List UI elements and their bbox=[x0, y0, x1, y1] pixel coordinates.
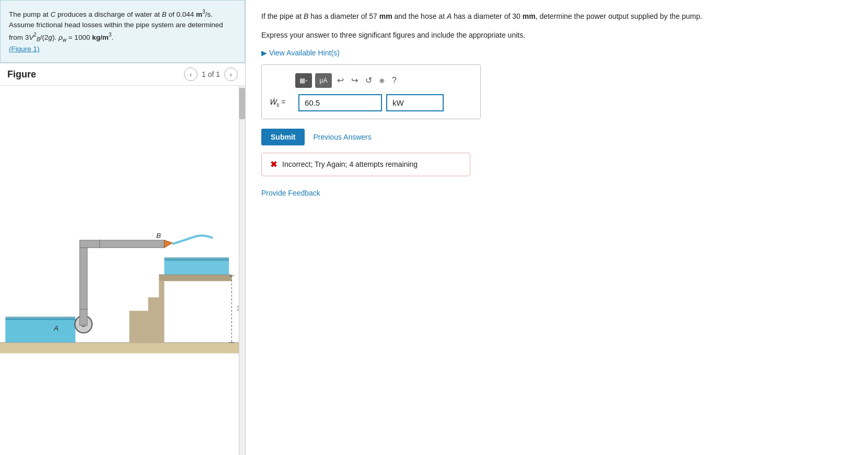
mu-label: μA bbox=[320, 77, 328, 84]
answer-container: ▦▫ μA ↩ ↪ ↺ ⎈ ? Ẇs = bbox=[261, 64, 481, 119]
redo-button[interactable]: ↪ bbox=[349, 74, 360, 86]
svg-rect-0 bbox=[5, 319, 75, 343]
svg-rect-2 bbox=[0, 343, 245, 354]
help-icon: ? bbox=[392, 76, 397, 85]
figure-header: Figure ‹ 1 of 1 › bbox=[0, 63, 245, 86]
undo-icon: ↩ bbox=[337, 75, 344, 85]
figure-title: Figure bbox=[7, 69, 36, 80]
svg-rect-22 bbox=[148, 298, 160, 344]
previous-answers-link[interactable]: Previous Answers bbox=[313, 133, 371, 141]
submit-row: Submit Previous Answers bbox=[261, 129, 852, 145]
matrix-icon: ▦▫ bbox=[299, 77, 307, 84]
error-box: ✖ Incorrect; Try Again; 4 attempts remai… bbox=[261, 153, 470, 176]
figure-image-area: C A bbox=[0, 86, 245, 455]
figure-scrollbar[interactable] bbox=[239, 86, 245, 455]
problem-text-box: The pump at C produces a discharge of wa… bbox=[0, 0, 245, 63]
figure-panel: Figure ‹ 1 of 1 › C bbox=[0, 63, 245, 455]
mu-button[interactable]: μA bbox=[315, 73, 332, 88]
svg-text:A: A bbox=[53, 325, 59, 333]
svg-text:B: B bbox=[156, 232, 161, 240]
svg-rect-1 bbox=[5, 317, 75, 320]
answer-label: Ẇs = bbox=[269, 98, 294, 108]
answer-toolbar: ▦▫ μA ↩ ↪ ↺ ⎈ ? bbox=[269, 73, 473, 88]
error-message: Incorrect; Try Again; 4 attempts remaini… bbox=[282, 160, 418, 168]
keyboard-icon: ⎈ bbox=[379, 76, 385, 85]
redo-icon: ↪ bbox=[351, 75, 358, 85]
figure-nav-controls: ‹ 1 of 1 › bbox=[184, 67, 238, 81]
figure-prev-button[interactable]: ‹ bbox=[184, 67, 198, 81]
svg-marker-11 bbox=[164, 240, 172, 247]
right-panel: If the pipe at B has a diameter of 57 mm… bbox=[246, 0, 868, 455]
refresh-icon: ↺ bbox=[365, 75, 372, 85]
svg-rect-23 bbox=[129, 311, 149, 343]
help-button[interactable]: ? bbox=[390, 75, 399, 86]
svg-rect-9 bbox=[80, 240, 101, 247]
svg-rect-12 bbox=[164, 259, 229, 276]
figure-next-button[interactable]: › bbox=[224, 67, 238, 81]
matrix-button[interactable]: ▦▫ bbox=[295, 73, 312, 88]
left-panel: The pump at C produces a discharge of wa… bbox=[0, 0, 246, 455]
answer-row: Ẇs = bbox=[269, 94, 473, 111]
feedback-link[interactable]: Provide Feedback bbox=[261, 189, 852, 197]
svg-rect-14 bbox=[159, 275, 232, 281]
svg-rect-6 bbox=[80, 308, 87, 325]
undo-button[interactable]: ↩ bbox=[335, 74, 346, 86]
svg-rect-13 bbox=[164, 257, 229, 260]
keyboard-button[interactable]: ⎈ bbox=[377, 75, 387, 86]
svg-rect-10 bbox=[100, 240, 165, 247]
figure-diagram: C A bbox=[0, 86, 245, 455]
hint-link[interactable]: ▶ View Available Hint(s) bbox=[261, 49, 852, 57]
error-icon: ✖ bbox=[270, 160, 277, 169]
submit-button[interactable]: Submit bbox=[261, 129, 305, 145]
units-input[interactable] bbox=[386, 94, 444, 111]
refresh-button[interactable]: ↺ bbox=[363, 74, 374, 86]
figure-link[interactable]: (Figure 1) bbox=[9, 45, 40, 53]
figure-page-indicator: 1 of 1 bbox=[202, 70, 220, 78]
instruction-text: Express your answer to three significant… bbox=[261, 29, 852, 41]
question-text: If the pipe at B has a diameter of 57 mm… bbox=[261, 10, 852, 22]
problem-text: The pump at C produces a discharge of wa… bbox=[9, 8, 236, 44]
svg-rect-8 bbox=[80, 244, 87, 310]
scrollbar-thumb bbox=[239, 88, 245, 119]
answer-input[interactable] bbox=[298, 94, 382, 111]
